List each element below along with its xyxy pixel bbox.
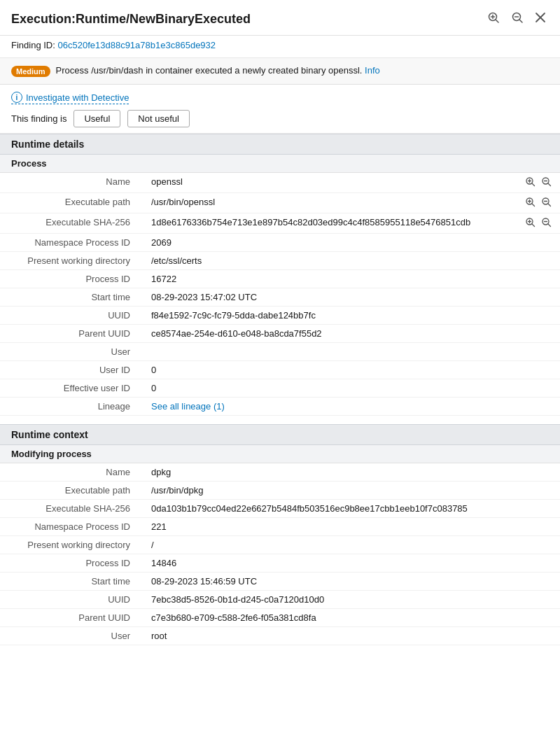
field-value: 1d8e6176336b754e713e1e897b54c82d03ed99c4… (140, 213, 560, 234)
table-row: Parent UUIDce8574ae-254e-d610-e048-ba8cd… (0, 325, 560, 343)
field-value: 16722 (140, 270, 560, 288)
svg-line-1 (496, 20, 499, 23)
field-zoom-out-button[interactable] (540, 197, 553, 209)
field-value: 0 (140, 379, 560, 398)
field-label: Start time (0, 288, 140, 307)
table-row: Process ID16722 (0, 270, 560, 288)
field-value: /usr/bin/dpkg (140, 482, 560, 500)
alert-bar: Medium Process /usr/bin/dash in containe… (0, 58, 560, 85)
svg-line-5 (520, 20, 523, 23)
svg-line-24 (532, 224, 535, 227)
table-row: Executable path/usr/bin/dpkg (0, 482, 560, 500)
field-value: 7ebc38d5-8526-0b1d-d245-c0a7120d10d0 (140, 591, 560, 609)
field-label: Present working directory (0, 252, 140, 270)
field-zoom-out-button[interactable] (540, 217, 553, 230)
field-label: Name (0, 173, 140, 193)
field-label: UUID (0, 591, 140, 609)
table-row: Executable path/usr/bin/openssl (0, 193, 560, 213)
field-value: /usr/bin/openssl (140, 193, 560, 213)
field-label: Process ID (0, 554, 140, 573)
investigate-label: Investigate with Detective (26, 92, 129, 103)
useful-button[interactable]: Useful (74, 110, 120, 127)
not-useful-button[interactable]: Not useful (127, 110, 190, 127)
field-label: Namespace Process ID (0, 518, 140, 536)
svg-line-10 (532, 183, 535, 186)
lineage-link[interactable]: See all lineage (1) (151, 401, 225, 412)
field-label: Lineage (0, 398, 140, 416)
field-value: f84e1592-7c9c-fc79-5dda-dabe124bb7fc (140, 307, 560, 325)
field-value: openssl (140, 173, 560, 193)
field-label: Name (0, 463, 140, 482)
field-value (140, 343, 560, 361)
table-row: Userroot (0, 627, 560, 645)
field-value: c7e3b680-e709-c588-2fe6-f05a381cd8fa (140, 609, 560, 627)
table-row: UUIDf84e1592-7c9c-fc79-5dda-dabe124bb7fc (0, 307, 560, 325)
header-actions (484, 10, 549, 28)
finding-id-label: Finding ID: (11, 40, 55, 50)
process-detail-table: NameopensslExecutable path/usr/bin/opens… (0, 173, 560, 416)
process-subsection-header: Process (0, 155, 560, 173)
table-row: Effective user ID0 (0, 379, 560, 398)
finding-id-link[interactable]: 06c520fe13d88c91a78b1e3c865de932 (58, 40, 216, 50)
field-label: Parent UUID (0, 609, 140, 627)
field-label: Executable path (0, 482, 140, 500)
field-value: 0 (140, 361, 560, 379)
table-row: Present working directory/etc/ssl/certs (0, 252, 560, 270)
panel-header: Execution:Runtime/NewBinaryExecuted (0, 0, 560, 36)
zoom-out-button[interactable] (508, 10, 526, 28)
investigate-with-detective-link[interactable]: i Investigate with Detective (11, 92, 129, 104)
table-row: Start time08-29-2023 15:47:02 UTC (0, 288, 560, 307)
field-zoom-out-button[interactable] (540, 176, 553, 189)
table-row: Namespace Process ID221 (0, 518, 560, 536)
table-row: Executable SHA-2561d8e6176336b754e713e1e… (0, 213, 560, 234)
alert-message: Process /usr/bin/dash in container execu… (56, 65, 549, 76)
table-row: LineageSee all lineage (1) (0, 398, 560, 416)
field-value: ce8574ae-254e-d610-e048-ba8cda7f55d2 (140, 325, 560, 343)
table-row: Nameopenssl (0, 173, 560, 193)
info-link[interactable]: Info (365, 65, 380, 76)
field-value: 221 (140, 518, 560, 536)
field-zoom-in-button[interactable] (524, 217, 537, 230)
field-label: User (0, 627, 140, 645)
field-value: See all lineage (1) (140, 398, 560, 416)
svg-line-28 (548, 224, 551, 227)
field-value: / (140, 536, 560, 554)
table-row: Namespace Process ID2069 (0, 234, 560, 252)
zoom-in-button[interactable] (484, 10, 503, 28)
field-label: Present working directory (0, 536, 140, 554)
svg-line-17 (532, 204, 535, 206)
modifying-process-detail-table: NamedpkgExecutable path/usr/bin/dpkgExec… (0, 463, 560, 645)
field-label: Start time (0, 573, 140, 591)
close-button[interactable] (532, 10, 549, 27)
field-label: Executable SHA-256 (0, 213, 140, 234)
table-row: Process ID14846 (0, 554, 560, 573)
field-label: Process ID (0, 270, 140, 288)
severity-badge: Medium (11, 66, 50, 77)
feedback-row: This finding is Useful Not useful (11, 110, 549, 127)
field-zoom-in-button[interactable] (524, 176, 537, 189)
runtime-context-section-header: Runtime context (0, 424, 560, 445)
finding-id-bar: Finding ID: 06c520fe13d88c91a78b1e3c865d… (0, 36, 560, 58)
field-label: Executable path (0, 193, 140, 213)
field-value: 08-29-2023 15:46:59 UTC (140, 573, 560, 591)
svg-line-14 (548, 183, 551, 186)
feedback-label: This finding is (11, 113, 66, 124)
detective-bar: i Investigate with Detective This findin… (0, 85, 560, 134)
field-label: Executable SHA-256 (0, 500, 140, 518)
field-label: Effective user ID (0, 379, 140, 398)
field-zoom-in-button[interactable] (524, 197, 537, 209)
table-row: UUID7ebc38d5-8526-0b1d-d245-c0a7120d10d0 (0, 591, 560, 609)
field-label: Namespace Process ID (0, 234, 140, 252)
field-value: 2069 (140, 234, 560, 252)
svg-line-21 (548, 204, 551, 206)
runtime-details-section-header: Runtime details (0, 134, 560, 155)
field-value: /etc/ssl/certs (140, 252, 560, 270)
field-value: 14846 (140, 554, 560, 573)
table-row: Namedpkg (0, 463, 560, 482)
field-label: User (0, 343, 140, 361)
spacer (0, 416, 560, 424)
table-row: Present working directory/ (0, 536, 560, 554)
table-row: User (0, 343, 560, 361)
table-row: Parent UUIDc7e3b680-e709-c588-2fe6-f05a3… (0, 609, 560, 627)
table-row: Start time08-29-2023 15:46:59 UTC (0, 573, 560, 591)
